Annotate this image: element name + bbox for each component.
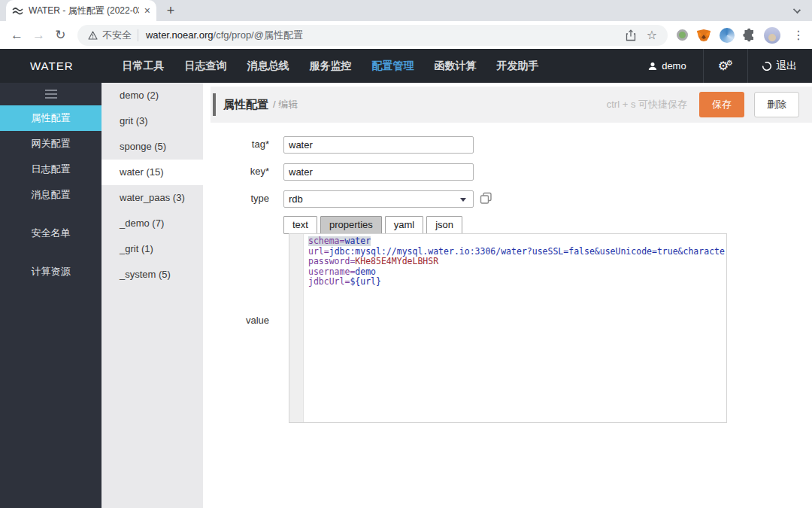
current-user[interactable]: demo	[632, 49, 703, 83]
header-accent-bar	[213, 93, 216, 116]
tag-item-demo-underscore[interactable]: _demo (7)	[102, 211, 203, 236]
tab-yaml[interactable]: yaml	[385, 216, 423, 234]
metamask-fox-icon[interactable]	[695, 28, 712, 43]
url-host: water.noear.org	[146, 29, 214, 41]
key-label: key*	[217, 163, 269, 180]
menu-config-manage[interactable]: 配置管理	[372, 59, 414, 73]
browser-toolbar: ← → ↻ 不安全 water.noear.org/cfg/prop/@属性配置…	[0, 21, 812, 49]
page-title: 属性配置	[223, 98, 268, 112]
copy-icon[interactable]	[480, 192, 492, 205]
tag-item-water[interactable]: water (15)	[102, 160, 203, 185]
code-line: url=jdbc:mysql://mysql.water.io:3306/wat…	[308, 247, 726, 257]
chrome-menu-icon[interactable]: ⋮	[792, 28, 804, 42]
power-icon	[762, 61, 772, 71]
user-name: demo	[662, 60, 686, 71]
extension-swirl-icon[interactable]	[720, 28, 735, 43]
menu-daily-tools[interactable]: 日常工具	[123, 59, 165, 73]
back-icon[interactable]: ←	[6, 28, 28, 43]
save-button[interactable]: 保存	[699, 92, 744, 117]
type-select[interactable]: rdb	[283, 190, 474, 208]
address-bar[interactable]: 不安全 water.noear.org/cfg/prop/@属性配置 ☆	[77, 25, 668, 46]
water-favicon-icon	[12, 5, 23, 17]
tab-properties[interactable]: properties	[320, 216, 382, 234]
omnibox-divider	[138, 29, 138, 41]
menu-message-bus[interactable]: 消息总线	[247, 59, 289, 73]
menu-dev-helper[interactable]: 开发助手	[497, 59, 539, 73]
url-path: /cfg/prop/@属性配置	[214, 29, 303, 42]
logout-label: 退出	[776, 59, 797, 73]
page-subtitle: / 编辑	[273, 98, 298, 111]
delete-button[interactable]: 删除	[754, 92, 799, 117]
tag-item-demo[interactable]: demo (2)	[102, 83, 203, 108]
tab-search-chevron-icon[interactable]	[793, 6, 801, 14]
menu-service-monitor[interactable]: 服务监控	[310, 59, 352, 73]
sidebar-item-property-config[interactable]: 属性配置	[0, 105, 102, 131]
tab-json[interactable]: json	[426, 216, 462, 234]
app-brand[interactable]: WATER	[30, 59, 74, 72]
editor-gutter	[289, 234, 304, 422]
editor-code[interactable]: schema=water url=jdbc:mysql://mysql.wate…	[304, 236, 726, 421]
type-select-value: rdb	[289, 193, 303, 205]
value-label: value	[217, 312, 269, 329]
not-secure-warning-icon	[88, 31, 98, 40]
menu-log-query[interactable]: 日志查询	[185, 59, 227, 73]
forward-icon: →	[28, 28, 50, 43]
profile-avatar[interactable]	[764, 27, 780, 44]
sidebar-collapse-button[interactable]	[0, 83, 102, 105]
extensions-row: ⋮	[677, 27, 812, 44]
left-sidebar: 属性配置 网关配置 日志配置 消息配置 安全名单 计算资源	[0, 83, 102, 508]
reload-icon[interactable]: ↻	[50, 27, 71, 43]
sidebar-item-log-config[interactable]: 日志配置	[0, 157, 102, 182]
tag-item-grit-underscore[interactable]: _grit (1)	[102, 236, 203, 262]
key-input[interactable]	[283, 163, 474, 181]
tag-item-grit[interactable]: grit (3)	[102, 108, 203, 134]
tab-text[interactable]: text	[283, 216, 317, 234]
code-line: username=demo	[308, 267, 726, 278]
menu-function-compute[interactable]: 函数计算	[435, 59, 477, 73]
tag-item-system[interactable]: _system (5)	[102, 262, 203, 287]
tab-title: WATER - 属性配置 (2022-03-1	[29, 5, 139, 17]
browser-tab[interactable]: WATER - 属性配置 (2022-03-1 ×	[6, 0, 156, 21]
browser-tab-strip: WATER - 属性配置 (2022-03-1 × +	[0, 0, 812, 21]
sidebar-item-gateway-config[interactable]: 网关配置	[0, 131, 102, 157]
settings-button[interactable]: ⚙ ⚙	[703, 49, 747, 83]
save-shortcut-hint: ctrl + s 可快捷保存	[607, 98, 687, 111]
tag-item-water-paas[interactable]: water_paas (3)	[102, 185, 203, 211]
code-line: schema=water	[308, 236, 726, 247]
app-top-nav: WATER 日常工具 日志查询 消息总线 服务监控 配置管理 函数计算 开发助手…	[0, 49, 812, 83]
tag-list-panel: demo (2) grit (3) sponge (5) water (15) …	[102, 83, 203, 508]
code-line: password=KHe85E4MYdeLBHSR	[308, 257, 726, 267]
tag-label: tag*	[217, 136, 269, 153]
gear-small-icon: ⚙	[726, 59, 733, 67]
type-label: type	[217, 190, 269, 207]
new-tab-button[interactable]: +	[162, 2, 179, 19]
bookmark-star-icon[interactable]: ☆	[647, 28, 657, 42]
select-dropdown-arrow-icon	[460, 198, 466, 202]
hamburger-icon	[45, 90, 57, 91]
not-secure-label: 不安全	[102, 29, 132, 42]
logout-button[interactable]: 退出	[747, 49, 812, 83]
main-content: 属性配置 / 编辑 ctrl + s 可快捷保存 保存 删除 tag* key*…	[203, 83, 812, 508]
value-format-tabs: text properties yaml json	[283, 216, 462, 234]
app-menu: 日常工具 日志查询 消息总线 服务监控 配置管理 函数计算 开发助手	[123, 59, 539, 73]
extensions-puzzle-icon[interactable]	[742, 28, 756, 42]
tag-input[interactable]	[283, 136, 474, 154]
value-code-editor[interactable]: schema=water url=jdbc:mysql://mysql.wate…	[289, 233, 727, 423]
sidebar-item-security-list[interactable]: 安全名单	[0, 221, 102, 246]
code-line: jdbcUrl=${url}	[308, 277, 726, 287]
tag-item-sponge[interactable]: sponge (5)	[102, 134, 203, 160]
tab-close-icon[interactable]: ×	[144, 5, 150, 16]
share-icon[interactable]	[626, 29, 636, 41]
sidebar-item-message-config[interactable]: 消息配置	[0, 182, 102, 208]
sidebar-item-compute-resource[interactable]: 计算资源	[0, 259, 102, 284]
page-header: 属性配置 / 编辑 ctrl + s 可快捷保存 保存 删除	[211, 87, 812, 123]
user-icon	[648, 62, 657, 71]
extension-green-icon[interactable]	[677, 29, 688, 41]
